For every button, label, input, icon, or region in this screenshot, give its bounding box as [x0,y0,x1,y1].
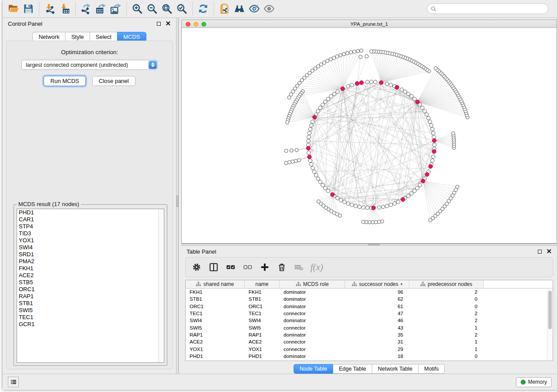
zoom-selected-button[interactable] [174,2,189,16]
mcds-result-item[interactable]: YOX1 [17,237,164,244]
zoom-in-icon [131,3,143,14]
delete-column-button[interactable] [275,261,288,274]
show-task-history-button[interactable] [8,377,19,387]
mcds-result-item[interactable]: TEC1 [17,314,164,321]
table-row[interactable]: PHD1PHD1dominator180 [186,353,553,360]
function-builder-button[interactable]: f(x) [309,261,322,274]
mcds-result-item[interactable]: PMA2 [17,258,164,265]
node-table: shared namenameMCDS rolesuccessor nodes▾… [185,280,553,361]
add-column-button[interactable] [258,261,271,274]
table-cell: 0 [409,354,484,359]
table-cell: 18 [345,354,409,359]
mcds-result-item[interactable]: TID3 [17,230,164,237]
select-all-button[interactable] [224,261,237,274]
zoom-out-button[interactable] [145,2,159,16]
column-header-successor-nodes[interactable]: successor nodes▾ [345,280,409,288]
show-column-panel-button[interactable] [207,261,220,274]
splitter-grip[interactable] [368,244,380,245]
table-row[interactable]: STB1STB1dominator620 [186,296,553,303]
column-header-shared-name[interactable]: shared name [186,280,245,288]
tab-network-table[interactable]: Network Table [372,364,418,374]
import-table-button[interactable] [57,2,72,16]
table-row[interactable]: TEC1TEC1connector472 [186,310,553,317]
mcds-result-item[interactable]: SRD1 [17,251,164,258]
table-settings-button[interactable] [190,261,203,274]
table-cell: connector [280,311,345,316]
close-panel-button[interactable]: Close panel [92,76,135,86]
save-session-button[interactable] [21,2,36,16]
mcds-result-item[interactable]: CAR1 [17,216,164,223]
minimize-window-icon[interactable] [194,22,198,27]
table-cell: dominator [280,304,345,309]
criterion-select[interactable]: largest connected component (undirected) [21,60,158,70]
table-row[interactable]: SWI5SWI5connector431 [186,324,553,331]
tab-edge-table[interactable]: Edge Table [333,364,372,374]
table-row[interactable]: FKH1FKH1dominator962 [186,289,553,296]
table-row[interactable]: RAP1RAP1dominator352 [186,331,553,338]
open-file-button[interactable] [6,2,21,16]
trash-icon [277,262,287,272]
float-panel-icon[interactable] [538,250,542,254]
table-row[interactable]: SWI4SWI4dominator462 [186,317,553,324]
tab-motifs[interactable]: Motifs [418,364,445,374]
mcds-result-item[interactable]: ORC1 [17,286,164,293]
splitter-grip[interactable] [176,196,178,207]
mcds-result-item[interactable]: STP4 [17,223,164,230]
search-network-button[interactable] [232,2,247,16]
mcds-list-scrollbar[interactable] [158,209,164,362]
scrollbar-thumb[interactable] [548,291,552,329]
network-canvas[interactable] [182,28,557,243]
table-cell: dominator [280,296,345,302]
mcds-result-item[interactable]: GCR1 [17,321,164,328]
mcds-result-item[interactable]: STB5 [17,279,164,286]
table-row[interactable]: ACE2ACE2connector311 [186,338,553,345]
close-window-icon[interactable] [186,22,190,27]
import-network-button[interactable] [42,2,57,16]
maximize-window-icon[interactable] [201,22,206,27]
export-image-button[interactable] [108,2,123,16]
close-panel-icon[interactable]: ✕ [165,21,171,26]
apply-layout-button[interactable] [196,2,211,16]
mcds-result-item[interactable]: STB1 [17,300,164,307]
zoom-in-button[interactable] [130,2,145,16]
table-cell: 2 [409,332,484,337]
destroy-table-button[interactable] [292,261,305,274]
network-view-window: YPA_prune.txt_1 [181,20,557,244]
new-network-from-file-button[interactable] [217,2,232,16]
run-mcds-button[interactable]: Run MCDS [44,76,86,86]
column-header-MCDS-role[interactable]: MCDS role [280,280,345,288]
mcds-result-fieldset: MCDS result (17 nodes) PHD1CAR1STP4TID3Y… [14,204,167,366]
table-row[interactable]: YOX1YOX1connector291 [186,345,553,352]
desktop: Control Panel ✕ Network Style Select MCD… [0,0,557,392]
network-window-titlebar[interactable]: YPA_prune.txt_1 [182,20,557,28]
close-panel-icon[interactable]: ✕ [546,249,552,254]
table-row[interactable]: ORC1ORC1dominator610 [186,303,553,310]
zoom-fit-button[interactable] [159,2,174,16]
mcds-result-item[interactable]: SWI4 [17,244,164,251]
table-cell: RAP1 [186,332,245,337]
mcds-result-item[interactable]: SWI5 [17,307,164,314]
export-table-button[interactable] [93,2,108,16]
column-header-name[interactable]: name [245,280,280,288]
search-input[interactable] [439,6,544,12]
float-panel-icon[interactable] [157,22,161,26]
mcds-result-item[interactable]: RAP1 [17,293,164,300]
mcds-result-list[interactable]: PHD1CAR1STP4TID3YOX1SWI4SRD1PMA2FKH1ACE2… [17,209,164,363]
mcds-result-item[interactable]: PHD1 [17,209,164,216]
deselect-all-button[interactable] [241,261,254,274]
column-header-predecessor-nodes[interactable]: predecessor nodes [409,280,484,288]
table-scrollbar[interactable] [547,289,552,360]
network-document-icon [219,3,230,14]
table-cell: PHD1 [186,354,245,359]
tab-node-table[interactable]: Node Table [294,364,333,374]
toolbar-separator [192,2,193,15]
mcds-result-item[interactable]: FKH1 [17,265,164,272]
toggle-graphics-details-button[interactable] [247,2,262,16]
export-network-button[interactable] [79,2,93,16]
mcds-result-item[interactable]: ACE2 [17,272,164,279]
table-cell: 29 [345,347,409,352]
table-cell: 62 [345,296,409,302]
show-hide-button[interactable] [262,2,277,16]
search-field[interactable] [427,3,548,14]
memory-button[interactable]: Memory [516,377,552,387]
